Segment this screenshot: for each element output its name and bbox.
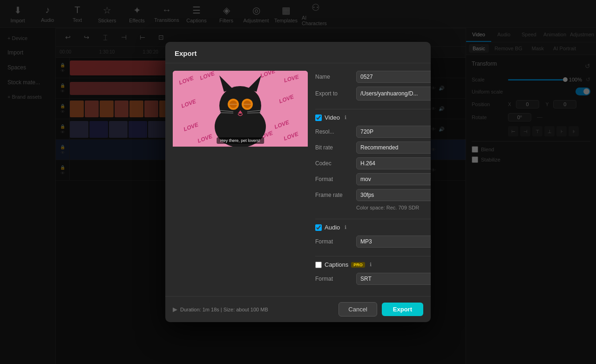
captions-section-header: Captions PRO ℹ: [315, 261, 431, 268]
preview-box: LOVE LOVE LOVE LOVE LOVE LOVE LOVE LOVE …: [173, 71, 308, 289]
name-label: Name: [315, 74, 352, 80]
form-divider-2: [315, 219, 431, 219]
video-section-label: Video: [325, 114, 340, 121]
codec-select-wrapper: H.264 H.265 ProRes ▾: [356, 157, 431, 169]
framerate-select-wrapper: 30fps 24fps 60fps ▾: [356, 189, 431, 201]
audio-checkbox[interactable]: [315, 224, 322, 231]
audio-format-select-wrapper: MP3 AAC WAV ▾: [356, 236, 431, 248]
cancel-button[interactable]: Cancel: [339, 302, 377, 317]
video-checkbox[interactable]: [315, 115, 322, 121]
form-divider-3: [315, 256, 431, 256]
resolution-label: Resol...: [315, 128, 352, 135]
audio-section-label: Audio: [325, 224, 340, 231]
format-video-label: Format: [315, 176, 352, 182]
codec-row: Codec H.264 H.265 ProRes ▾: [315, 157, 431, 169]
resolution-select-wrapper: 720P 1080P 4K ▾: [356, 126, 431, 138]
framerate-row: Frame rate 30fps 24fps 60fps ▾: [315, 189, 431, 201]
export-to-label: Export to: [315, 90, 352, 97]
preview-caption: Hey there, pet lovers!: [217, 137, 264, 144]
name-row: Name: [315, 71, 431, 83]
svg-point-13: [219, 86, 261, 125]
framerate-select[interactable]: 30fps 24fps 60fps: [356, 189, 431, 201]
captions-checkbox[interactable]: [315, 262, 322, 268]
bitrate-row: Bit rate Recommended Low High ▾: [315, 142, 431, 154]
pro-badge: PRO: [351, 262, 365, 268]
captions-format-row: Format SRT VTT ▾: [315, 273, 431, 285]
resolution-row: Resol... 720P 1080P 4K ▾: [315, 126, 431, 138]
export-dialog: Export LOVE LOVE LOVE LOVE LOVE LOVE L: [165, 42, 431, 322]
captions-format-label: Format: [315, 276, 352, 282]
dialog-overlay: Export LOVE LOVE LOVE LOVE LOVE LOVE L: [0, 0, 596, 364]
framerate-label: Frame rate: [315, 192, 352, 198]
audio-section-header: Audio ℹ: [315, 224, 431, 231]
dialog-body: LOVE LOVE LOVE LOVE LOVE LOVE LOVE LOVE …: [165, 63, 431, 296]
video-file-icon: ▶: [173, 306, 177, 313]
bitrate-select[interactable]: Recommended Low High: [356, 142, 431, 154]
audio-format-select[interactable]: MP3 AAC WAV: [356, 236, 431, 248]
video-section-header: Video ℹ: [315, 114, 431, 121]
dialog-title: Export: [165, 42, 431, 63]
captions-format-select[interactable]: SRT VTT: [356, 273, 431, 285]
video-info-icon: ℹ: [345, 115, 346, 121]
preview-svg: LOVE LOVE LOVE LOVE LOVE LOVE LOVE LOVE …: [173, 71, 308, 147]
bitrate-select-wrapper: Recommended Low High ▾: [356, 142, 431, 154]
format-video-select[interactable]: mov mp4: [356, 173, 431, 185]
bitrate-label: Bit rate: [315, 144, 352, 151]
export-button[interactable]: Export: [382, 303, 423, 316]
export-path-input-wrapper: 📁: [356, 87, 431, 101]
codec-select[interactable]: H.264 H.265 ProRes: [356, 157, 431, 169]
dialog-footer: ▶ Duration: 1m 18s | Size: about 100 MB …: [165, 296, 431, 322]
duration-size-text: Duration: 1m 18s | Size: about 100 MB: [180, 307, 268, 312]
resolution-select[interactable]: 720P 1080P 4K: [356, 126, 431, 138]
format-video-select-wrapper: mov mp4 ▾: [356, 173, 431, 185]
captions-format-select-wrapper: SRT VTT ▾: [356, 273, 431, 285]
captions-section-label: Captions: [325, 261, 348, 268]
preview-image: LOVE LOVE LOVE LOVE LOVE LOVE LOVE LOVE …: [173, 71, 308, 147]
codec-label: Codec: [315, 160, 352, 167]
audio-info-icon: ℹ: [345, 224, 346, 230]
export-path-input[interactable]: [357, 88, 431, 99]
captions-info-icon: ℹ: [370, 262, 372, 268]
footer-info: ▶ Duration: 1m 18s | Size: about 100 MB: [173, 306, 334, 313]
form-area: Name Export to 📁 Video ℹ: [315, 71, 431, 289]
audio-format-label: Format: [315, 238, 352, 245]
audio-format-row: Format MP3 AAC WAV ▾: [315, 236, 431, 248]
name-input[interactable]: [356, 71, 431, 83]
colorspace-row: Color space: Rec. 709 SDR: [315, 205, 431, 210]
form-divider-1: [315, 109, 431, 109]
export-to-row: Export to 📁: [315, 87, 431, 101]
colorspace-value: Color space: Rec. 709 SDR: [356, 205, 419, 210]
format-row: Format mov mp4 ▾: [315, 173, 431, 185]
